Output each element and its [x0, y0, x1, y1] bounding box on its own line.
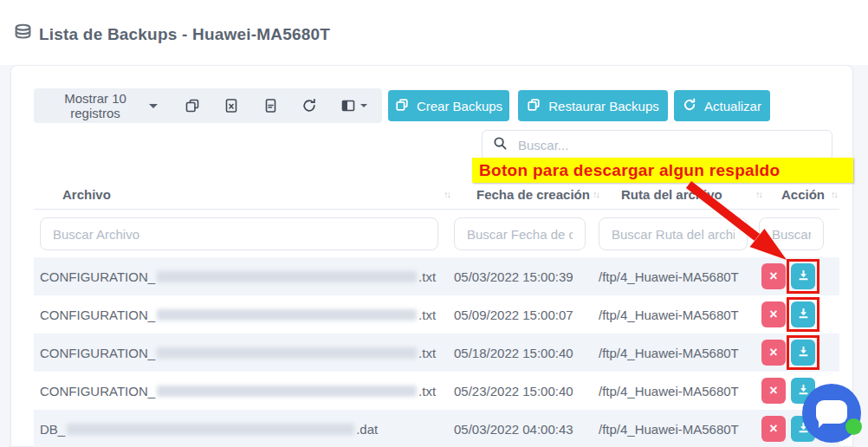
delete-backup-button[interactable]: ×	[761, 340, 786, 366]
chevron-down-icon	[149, 104, 158, 108]
filter-ruta-input[interactable]	[599, 217, 748, 250]
row-0-download-wrap	[791, 263, 815, 289]
sort-icon[interactable]: ↑↓	[755, 189, 761, 199]
chat-widget-button[interactable]	[802, 384, 861, 443]
restore-backups-label: Restaurar Backups	[548, 99, 659, 113]
backup-icon	[395, 98, 409, 114]
created-date: 05/18/2022 15:00:40	[454, 334, 573, 372]
refresh-icon	[683, 98, 696, 114]
chat-bubble-icon	[816, 400, 847, 424]
redacted-text	[157, 385, 417, 397]
refresh-button[interactable]: Actualizar	[674, 90, 770, 121]
download-backup-button[interactable]	[791, 340, 815, 366]
column-header-fecha[interactable]: Fecha de creación	[476, 187, 590, 202]
column-visibility-button[interactable]	[340, 98, 367, 113]
entries-selector[interactable]: Mostrar 10 registros	[49, 91, 158, 120]
file-name: CONFIGURATION_ .txt	[40, 295, 436, 334]
file-name: CONFIGURATION_ .txt	[40, 334, 436, 372]
row-1-download-wrap	[791, 301, 815, 327]
delete-backup-button[interactable]: ×	[761, 416, 786, 442]
annotation-callout: Boton para descargar algun respaldo	[472, 158, 853, 183]
reload-icon	[301, 98, 317, 113]
download-backup-button[interactable]	[791, 301, 815, 327]
backups-page: Lista de Backups - Huawei-MA5680T Mostra…	[0, 0, 868, 447]
filter-fecha-input[interactable]	[454, 217, 586, 250]
delete-backup-button[interactable]: ×	[761, 263, 786, 289]
restore-backups-button[interactable]: Restaurar Backups	[518, 90, 668, 121]
file-export-button[interactable]	[262, 98, 278, 113]
table-row: DB_ .dat 05/03/2022 04:00:43 /ftp/4_Huaw…	[34, 410, 839, 447]
file-path: /ftp/4_Huawei-MA5680T	[599, 334, 739, 372]
column-header-ruta[interactable]: Ruta del archivo	[621, 187, 722, 202]
table-row: CONFIGURATION_ .txt 05/23/2022 15:00:40 …	[34, 372, 839, 410]
redacted-text	[157, 309, 417, 321]
copy-icon	[185, 98, 200, 113]
created-date: 05/03/2022 04:00:43	[454, 410, 573, 447]
search-input[interactable]	[518, 138, 821, 152]
table-row: CONFIGURATION_ .txt 05/18/2022 15:00:40 …	[34, 334, 839, 372]
column-header-archivo[interactable]: Archivo	[62, 187, 111, 202]
redacted-text	[67, 424, 354, 435]
filter-archivo-input[interactable]	[40, 217, 438, 250]
reload-table-button[interactable]	[301, 98, 317, 113]
download-icon	[797, 345, 810, 360]
column-visibility-icon	[340, 98, 356, 113]
redacted-text	[157, 271, 417, 282]
create-backups-label: Crear Backups	[417, 99, 502, 113]
search-icon	[493, 136, 508, 154]
copy-button[interactable]	[185, 98, 200, 113]
refresh-label: Actualizar	[704, 99, 761, 113]
download-backup-button[interactable]	[791, 263, 815, 289]
row-2-download-wrap	[791, 340, 815, 366]
entries-selector-label: Mostrar 10 registros	[49, 91, 142, 120]
file-path: /ftp/4_Huawei-MA5680T	[599, 372, 739, 410]
table-row: CONFIGURATION_ .txt 05/09/2022 15:00:07 …	[34, 295, 839, 334]
page-header: Lista de Backups - Huawei-MA5680T	[14, 23, 330, 45]
download-icon	[797, 307, 810, 322]
column-header-accion[interactable]: Acción	[781, 187, 825, 202]
file-export-icon	[262, 98, 278, 113]
file-path: /ftp/4_Huawei-MA5680T	[599, 257, 739, 295]
online-status-dot	[845, 418, 862, 435]
table-header-row: Archivo ↑↓ Fecha de creación ↑↓ Ruta del…	[34, 180, 839, 210]
table-row: CONFIGURATION_ .txt 05/03/2022 15:00:39 …	[34, 257, 839, 295]
file-path: /ftp/4_Huawei-MA5680T	[599, 295, 739, 334]
created-date: 05/23/2022 15:00:40	[454, 372, 573, 410]
table-toolbar: Mostrar 10 registros	[34, 88, 382, 123]
delete-backup-button[interactable]: ×	[761, 378, 786, 404]
export-tools	[185, 98, 367, 113]
global-search	[482, 130, 832, 160]
backup-icon	[527, 98, 541, 114]
database-icon	[14, 23, 32, 45]
download-icon	[797, 269, 810, 284]
delete-backup-button[interactable]: ×	[761, 301, 786, 327]
created-date: 05/03/2022 15:00:39	[454, 257, 573, 295]
file-name: DB_ .dat	[40, 410, 378, 447]
chevron-down-icon	[360, 104, 367, 107]
created-date: 05/09/2022 15:00:07	[454, 295, 573, 334]
file-path: /ftp/4_Huawei-MA5680T	[599, 410, 739, 447]
file-name: CONFIGURATION_ .txt	[40, 257, 436, 295]
redacted-text	[157, 347, 417, 359]
sort-icon[interactable]: ↑↓	[593, 189, 599, 199]
file-name: CONFIGURATION_ .txt	[40, 372, 436, 410]
backups-card: Mostrar 10 registros	[10, 65, 853, 447]
sort-icon[interactable]: ↑↓	[831, 189, 837, 199]
excel-export-button[interactable]	[223, 98, 239, 113]
excel-export-icon	[223, 98, 239, 113]
page-title: Lista de Backups - Huawei-MA5680T	[39, 25, 330, 44]
sort-icon[interactable]: ↑↓	[444, 189, 450, 199]
filter-accion-input[interactable]	[759, 217, 824, 250]
create-backups-button[interactable]: Crear Backups	[388, 90, 509, 121]
